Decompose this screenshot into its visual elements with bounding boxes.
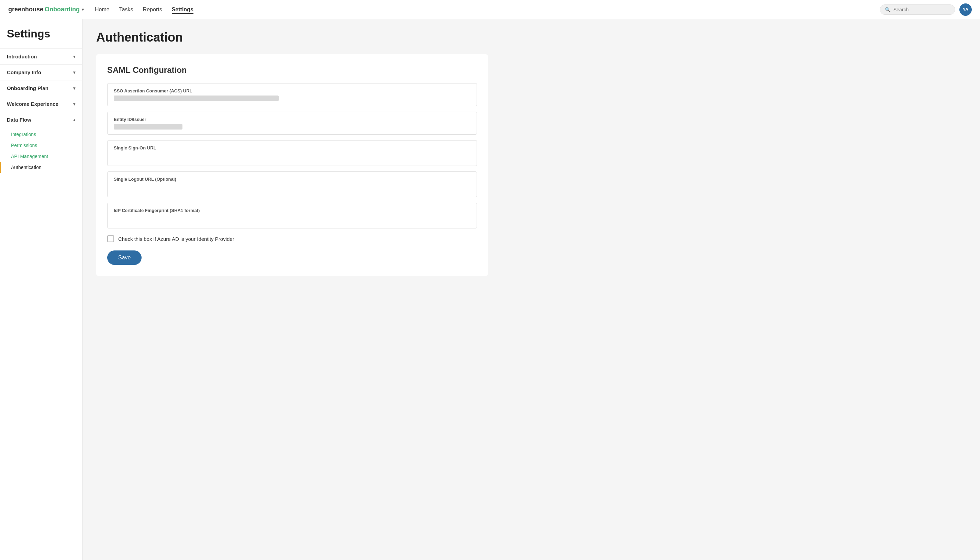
field-sso-acs-url: SSO Assertion Consumer (ACS) URL [107, 83, 477, 106]
main-content: Authentication SAML Configuration SSO As… [82, 19, 980, 560]
topnav: greenhouse Onboarding ▾ Home Tasks Repor… [0, 0, 980, 19]
nav-reports[interactable]: Reports [143, 7, 162, 12]
sidebar-section-header-welcome-experience[interactable]: Welcome Experience ▾ [0, 96, 82, 112]
chevron-down-icon: ▾ [73, 54, 75, 59]
nav-right: 🔍 YA [880, 3, 972, 16]
nav-home[interactable]: Home [95, 7, 110, 12]
field-sso-url[interactable]: Single Sign-On URL [107, 140, 477, 166]
search-box[interactable]: 🔍 [880, 5, 955, 15]
brand-chevron-icon: ▾ [82, 7, 84, 12]
saml-title: SAML Configuration [107, 65, 477, 75]
sidebar-section-welcome-experience: Welcome Experience ▾ [0, 96, 82, 112]
field-input-logout-url[interactable] [114, 184, 470, 192]
field-input-sso-url[interactable] [114, 153, 470, 161]
sidebar-section-label-data-flow: Data Flow [7, 117, 31, 123]
sidebar-item-api-management[interactable]: API Management [0, 151, 82, 162]
section-title: Authentication [96, 30, 966, 45]
chevron-down-icon-3: ▾ [73, 86, 75, 91]
field-entity-id: Entity ID/Issuer [107, 112, 477, 135]
sidebar-item-permissions[interactable]: Permissions [0, 140, 82, 151]
sidebar-section-data-flow: Data Flow ▴ Integrations Permissions API… [0, 112, 82, 175]
chevron-down-icon-2: ▾ [73, 70, 75, 75]
field-input-idp-cert[interactable] [114, 215, 470, 223]
field-label-logout-url: Single Logout URL (Optional) [114, 177, 470, 182]
chevron-up-icon: ▴ [73, 117, 75, 122]
sidebar-section-header-data-flow[interactable]: Data Flow ▴ [0, 112, 82, 127]
save-button[interactable]: Save [107, 250, 142, 265]
field-label-sso-url: Single Sign-On URL [114, 145, 470, 150]
sidebar-section-label-introduction: Introduction [7, 53, 37, 60]
sidebar-section-header-introduction[interactable]: Introduction ▾ [0, 49, 82, 64]
azure-ad-checkbox[interactable] [107, 235, 114, 242]
search-icon: 🔍 [885, 7, 891, 12]
page-title: Settings [0, 27, 82, 48]
search-input[interactable] [893, 7, 950, 12]
field-value-sso-acs-url [114, 95, 279, 101]
sidebar-section-label-company-info: Company Info [7, 69, 41, 75]
sidebar-item-authentication[interactable]: Authentication [0, 162, 82, 173]
nav-tasks[interactable]: Tasks [119, 7, 133, 12]
field-label-idp-cert: IdP Certificate Fingerprint (SHA1 format… [114, 208, 470, 213]
brand-logo[interactable]: greenhouse Onboarding ▾ [8, 6, 84, 13]
sidebar-subitems-data-flow: Integrations Permissions API Management … [0, 127, 82, 175]
layout: Settings Introduction ▾ Company Info ▾ O… [0, 19, 980, 560]
field-label-sso-acs-url: SSO Assertion Consumer (ACS) URL [114, 88, 470, 93]
field-value-entity-id [114, 124, 182, 130]
sidebar: Settings Introduction ▾ Company Info ▾ O… [0, 19, 82, 560]
brand-name-part1: greenhouse [8, 6, 43, 13]
sidebar-section-label-welcome-experience: Welcome Experience [7, 101, 58, 107]
azure-ad-label: Check this box if Azure AD is your Ident… [118, 236, 234, 242]
sidebar-section-onboarding-plan: Onboarding Plan ▾ [0, 80, 82, 96]
sidebar-section-header-company-info[interactable]: Company Info ▾ [0, 65, 82, 80]
sidebar-section-company-info: Company Info ▾ [0, 64, 82, 80]
sidebar-item-integrations[interactable]: Integrations [0, 129, 82, 140]
field-label-entity-id: Entity ID/Issuer [114, 117, 470, 122]
avatar[interactable]: YA [959, 3, 972, 16]
chevron-down-icon-4: ▾ [73, 102, 75, 107]
sidebar-section-label-onboarding-plan: Onboarding Plan [7, 85, 48, 91]
sidebar-section-introduction: Introduction ▾ [0, 48, 82, 64]
nav-settings[interactable]: Settings [172, 7, 193, 14]
brand-name-part2: Onboarding [45, 6, 80, 13]
azure-ad-row: Check this box if Azure AD is your Ident… [107, 235, 477, 242]
field-logout-url[interactable]: Single Logout URL (Optional) [107, 172, 477, 197]
saml-card: SAML Configuration SSO Assertion Consume… [96, 54, 488, 276]
sidebar-section-header-onboarding-plan[interactable]: Onboarding Plan ▾ [0, 80, 82, 96]
field-idp-cert[interactable]: IdP Certificate Fingerprint (SHA1 format… [107, 203, 477, 228]
nav-links: Home Tasks Reports Settings [95, 7, 193, 13]
